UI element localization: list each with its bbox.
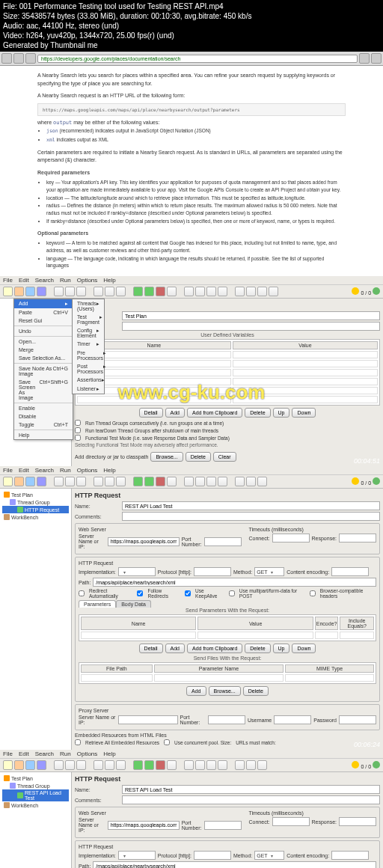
menu-run-3[interactable]: Run xyxy=(60,467,71,474)
start-nt-button-4[interactable] xyxy=(144,760,154,770)
stop-button-4[interactable] xyxy=(156,760,165,770)
clear-3[interactable] xyxy=(206,477,216,486)
templates-button-4[interactable] xyxy=(14,760,24,770)
collapse-button-3[interactable] xyxy=(105,477,114,486)
collapse-button[interactable] xyxy=(105,287,114,296)
proxy-server-3[interactable] xyxy=(118,715,178,724)
paste-button[interactable] xyxy=(76,287,86,296)
expand-button[interactable] xyxy=(94,287,103,296)
start-nt-button-3[interactable] xyxy=(144,477,154,486)
name-input[interactable] xyxy=(122,311,380,320)
toggle-button[interactable] xyxy=(116,287,126,296)
up-button[interactable]: Up xyxy=(273,408,290,418)
add-clip-button[interactable]: Add from Clipboard xyxy=(187,408,242,418)
comments-input-4[interactable] xyxy=(122,795,380,804)
start-button-4[interactable] xyxy=(133,760,143,770)
f-add-3[interactable]: Add xyxy=(186,686,206,696)
expand-button-3[interactable] xyxy=(94,477,103,486)
shutdown-button[interactable] xyxy=(167,287,177,296)
collapse-button-4[interactable] xyxy=(105,760,114,770)
help-tb-4[interactable] xyxy=(257,760,267,770)
tree-workbench-4[interactable]: WorkBench xyxy=(2,801,69,809)
sub-timer[interactable]: Timer▸ xyxy=(73,340,104,349)
server-input-4[interactable] xyxy=(108,821,180,830)
body-tab-3[interactable]: Body Data xyxy=(116,600,151,608)
sub-pre[interactable]: Pre Processors▸ xyxy=(73,349,104,362)
reload-button[interactable] xyxy=(25,53,36,64)
params-table-3[interactable]: NameValueEncode?Include Equals? xyxy=(79,614,376,641)
search-tb-4[interactable] xyxy=(235,760,245,770)
ctx-disable[interactable]: Disable xyxy=(14,412,73,421)
enc-input-4[interactable] xyxy=(331,851,369,860)
browser-cb-3[interactable] xyxy=(310,590,316,596)
templates-button-3[interactable] xyxy=(14,477,24,486)
shutdown-button-3[interactable] xyxy=(167,477,177,486)
menu-options[interactable]: Options xyxy=(77,277,98,284)
start-button-3[interactable] xyxy=(133,477,143,486)
proxy-port-3[interactable] xyxy=(208,715,245,724)
url-input[interactable]: https://developers.google.com/places/doc… xyxy=(37,55,358,63)
retrieve-cb-3[interactable] xyxy=(75,739,81,745)
cp-clear-button[interactable]: Clear xyxy=(213,452,236,462)
help-tb-3[interactable] xyxy=(257,477,267,486)
name-input-4[interactable] xyxy=(122,785,380,794)
sub-fragment[interactable]: Test Fragment▸ xyxy=(73,313,104,326)
open-button[interactable] xyxy=(25,287,35,296)
start-button[interactable] xyxy=(133,287,143,296)
tree-threadgroup-4[interactable]: Thread Group xyxy=(2,782,69,789)
search-tb-3[interactable] xyxy=(235,477,245,486)
detail-button[interactable]: Detail xyxy=(139,408,163,418)
menu-options-4[interactable]: Options xyxy=(77,751,98,757)
copy-button[interactable] xyxy=(65,287,75,296)
sub-config[interactable]: Config Element▸ xyxy=(73,326,104,340)
menu-search-3[interactable]: Search xyxy=(35,467,54,474)
p-down-3[interactable]: Down xyxy=(292,644,316,653)
add-button[interactable]: Add xyxy=(165,408,185,418)
clear-button[interactable] xyxy=(206,287,216,296)
browse-button[interactable]: Browse... xyxy=(150,452,183,462)
templates-button[interactable] xyxy=(14,287,24,296)
method-combo-3[interactable]: GET xyxy=(254,567,284,576)
clear-all-3[interactable] xyxy=(218,477,227,486)
tree-threadgroup-3[interactable]: Thread Group xyxy=(2,498,69,506)
f-browse-3[interactable]: Browse... xyxy=(209,686,241,696)
connect-input-3[interactable] xyxy=(272,534,310,542)
new-button-3[interactable] xyxy=(3,477,13,486)
search-tb-button[interactable] xyxy=(235,287,245,296)
p-detail-3[interactable]: Detail xyxy=(139,644,163,653)
bookmark-button[interactable] xyxy=(359,53,370,64)
impl-combo-4[interactable] xyxy=(118,851,156,860)
fn-helper-3[interactable] xyxy=(246,477,256,486)
consecutive-checkbox[interactable] xyxy=(75,420,81,426)
path-input-4[interactable] xyxy=(93,861,376,868)
p-clip-3[interactable]: Add from Clipboard xyxy=(187,644,242,653)
remote-stop-button[interactable] xyxy=(195,287,205,296)
proxy-pass-3[interactable] xyxy=(339,715,376,724)
menu-file-4[interactable]: File xyxy=(3,751,13,757)
sub-threads[interactable]: Threads (Users)▸ xyxy=(73,299,104,313)
proxy-user-3[interactable] xyxy=(274,715,311,724)
p-add-3[interactable]: Add xyxy=(165,644,185,653)
menu-search-4[interactable]: Search xyxy=(35,751,54,757)
open-button-4[interactable] xyxy=(25,760,35,770)
port-input-4[interactable] xyxy=(204,821,242,830)
help-tb-button[interactable] xyxy=(269,287,278,296)
save-button-3[interactable] xyxy=(37,477,46,486)
impl-combo-3[interactable] xyxy=(118,567,156,576)
ctx-reset[interactable]: Reset Gui xyxy=(14,317,73,325)
functional-checkbox[interactable] xyxy=(75,435,81,441)
p-del-3[interactable]: Delete xyxy=(245,644,270,653)
copy-button-4[interactable] xyxy=(65,760,75,770)
tree-testplan-3[interactable]: Test Plan xyxy=(2,491,69,498)
multipart-cb-3[interactable] xyxy=(229,590,235,596)
ctx-save-node[interactable]: Save Node As ImageCtrl+G xyxy=(14,364,73,378)
path-input-3[interactable] xyxy=(93,578,376,587)
p-up-3[interactable]: Up xyxy=(273,644,290,653)
ctx-help[interactable]: Help xyxy=(14,431,73,439)
ctx-enable[interactable]: Enable xyxy=(14,404,73,412)
ctx-paste[interactable]: PasteCtrl+V xyxy=(14,308,73,317)
remote-start-4[interactable] xyxy=(184,760,194,770)
ctx-merge[interactable]: Merge xyxy=(14,346,73,354)
response-input-4[interactable] xyxy=(339,817,376,826)
toggle-button-4[interactable] xyxy=(116,760,126,770)
